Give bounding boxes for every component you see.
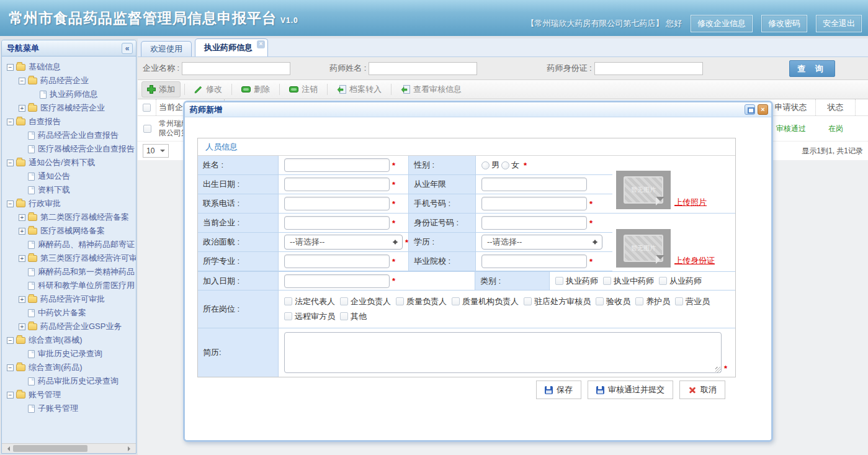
collapse-toggle-icon[interactable]: −: [7, 200, 14, 207]
tree-item[interactable]: −行政审批: [2, 197, 136, 210]
save-button[interactable]: 保存: [536, 381, 581, 399]
company-name-input[interactable]: [182, 62, 290, 75]
checkbox[interactable]: [284, 312, 292, 320]
collapse-toggle-icon[interactable]: −: [7, 392, 14, 399]
sidebar-horizontal-scrollbar[interactable]: [2, 443, 136, 453]
tree-item[interactable]: −综合查询(药品): [2, 361, 136, 374]
name-input[interactable]: [284, 158, 390, 172]
collapse-toggle-icon[interactable]: −: [7, 160, 14, 166]
checkbox[interactable]: [340, 312, 348, 320]
tree-item[interactable]: 药品审批历史记录查询: [2, 374, 136, 388]
checkbox[interactable]: [603, 277, 611, 285]
tree-item[interactable]: +第三类医疗器械经营许可审批: [2, 251, 136, 265]
checkbox[interactable]: [396, 297, 404, 305]
tree-item[interactable]: −通知公告/资料下载: [2, 156, 136, 169]
collapse-toggle-icon[interactable]: −: [7, 337, 14, 344]
tree-item[interactable]: −账号管理: [2, 388, 136, 402]
tree-item[interactable]: +药品经营许可审批: [2, 292, 136, 306]
resume-textarea[interactable]: [284, 332, 722, 373]
checkbox[interactable]: [452, 297, 460, 305]
collapse-toggle-icon[interactable]: −: [7, 119, 14, 125]
tree-item[interactable]: 麻醉药品和第一类精神药品: [2, 265, 136, 279]
pharmacist-id-input[interactable]: [594, 62, 703, 75]
maximize-icon[interactable]: [745, 104, 755, 115]
phone-input[interactable]: [284, 197, 390, 210]
delete-button[interactable]: 删除: [236, 81, 275, 97]
tree-item[interactable]: −药品经营企业: [2, 74, 136, 88]
checkbox[interactable]: [596, 297, 604, 305]
expand-toggle-icon[interactable]: +: [19, 323, 25, 330]
expand-toggle-icon[interactable]: +: [19, 214, 25, 221]
checkbox[interactable]: [340, 297, 348, 305]
tree-item[interactable]: +第二类医疗器械经营备案: [2, 210, 136, 224]
collapse-toggle-icon[interactable]: −: [19, 78, 25, 84]
tree-item[interactable]: 审批历史记录查询: [2, 347, 136, 361]
dialog-titlebar[interactable]: 药师新增 ×: [185, 102, 771, 117]
tree-item[interactable]: −基础信息: [2, 60, 136, 74]
tab-welcome[interactable]: 欢迎使用: [141, 41, 192, 56]
archive-transfer-button[interactable]: 档案转入: [331, 81, 387, 97]
query-button[interactable]: 查 询: [789, 60, 835, 77]
logout-button[interactable]: 安全退出: [816, 15, 862, 32]
scroll-right-icon[interactable]: [128, 446, 133, 451]
checkbox[interactable]: [659, 277, 667, 285]
close-icon[interactable]: ×: [758, 104, 768, 115]
political-select[interactable]: --请选择--: [284, 235, 403, 250]
column-header-apply-status[interactable]: 申请状态: [766, 99, 816, 115]
checkbox[interactable]: [555, 277, 563, 285]
education-select[interactable]: --请选择--: [481, 235, 602, 250]
tree-item[interactable]: 麻醉药品、精神药品邮寄证: [2, 238, 136, 251]
checkbox[interactable]: [635, 297, 643, 305]
collapse-toggle-icon[interactable]: −: [7, 64, 14, 71]
join-date-input[interactable]: [284, 274, 390, 288]
tree-item[interactable]: 科研和教学单位所需医疗用: [2, 279, 136, 292]
mobile-input[interactable]: [481, 197, 587, 210]
tree-item[interactable]: −综合查询(器械): [2, 333, 136, 347]
scroll-left-icon[interactable]: [5, 446, 10, 451]
tree-item[interactable]: 资料下载: [2, 183, 136, 197]
row-checkbox[interactable]: [143, 125, 151, 133]
sidebar-collapse-icon[interactable]: «: [122, 43, 133, 54]
expand-toggle-icon[interactable]: +: [19, 296, 25, 303]
birth-date-input[interactable]: [284, 178, 390, 191]
tree-item[interactable]: 中药饮片备案: [2, 306, 136, 320]
tree-item[interactable]: 执业药师信息: [2, 88, 136, 101]
tree-item[interactable]: 医疗器械经营企业自查报告: [2, 142, 136, 156]
tree-item[interactable]: +药品经营企业GSP业务: [2, 320, 136, 333]
current-company-input[interactable]: [284, 216, 390, 230]
edit-button[interactable]: 修改: [189, 81, 228, 97]
checkbox[interactable]: [524, 297, 532, 305]
view-audit-button[interactable]: 查看审核信息: [395, 81, 467, 97]
add-button[interactable]: 添加: [141, 81, 181, 97]
scrollbar-thumb[interactable]: [13, 445, 87, 452]
expand-toggle-icon[interactable]: +: [19, 228, 25, 235]
major-input[interactable]: [284, 255, 390, 268]
gender-male-radio[interactable]: [481, 161, 490, 169]
tree-item[interactable]: 子账号管理: [2, 402, 136, 415]
tree-item[interactable]: 通知公告: [2, 169, 136, 183]
column-header-status[interactable]: 状态: [816, 99, 856, 115]
expand-toggle-icon[interactable]: +: [19, 255, 25, 262]
select-all-checkbox[interactable]: [143, 104, 151, 112]
deactivate-button[interactable]: 注销: [284, 81, 323, 97]
gender-female-radio[interactable]: [501, 161, 509, 169]
pharmacist-name-input[interactable]: [369, 62, 477, 75]
cancel-button[interactable]: 取消: [679, 381, 725, 399]
tab-close-icon[interactable]: ×: [257, 40, 265, 48]
upload-id-link[interactable]: 上传身份证: [674, 255, 715, 266]
graduate-school-input[interactable]: [481, 255, 587, 268]
edit-company-button[interactable]: 修改企业信息: [691, 15, 753, 32]
tree-item[interactable]: +医疗器械经营企业: [2, 101, 136, 115]
checkbox[interactable]: [675, 297, 683, 305]
page-size-select[interactable]: 10: [143, 144, 169, 158]
tree-item[interactable]: −自查报告: [2, 115, 136, 128]
checkbox[interactable]: [284, 297, 292, 305]
change-password-button[interactable]: 修改密码: [761, 15, 807, 32]
tree-item[interactable]: +医疗器械网络备案: [2, 224, 136, 238]
upload-photo-link[interactable]: 上传照片: [674, 197, 707, 208]
expand-toggle-icon[interactable]: +: [19, 105, 25, 112]
tree-item[interactable]: 药品经营企业自查报告: [2, 128, 136, 142]
approve-submit-button[interactable]: 审核通过并提交: [588, 381, 673, 399]
id-number-input[interactable]: [481, 216, 587, 230]
tab-pharmacist-info[interactable]: 执业药师信息 ×: [195, 38, 268, 56]
